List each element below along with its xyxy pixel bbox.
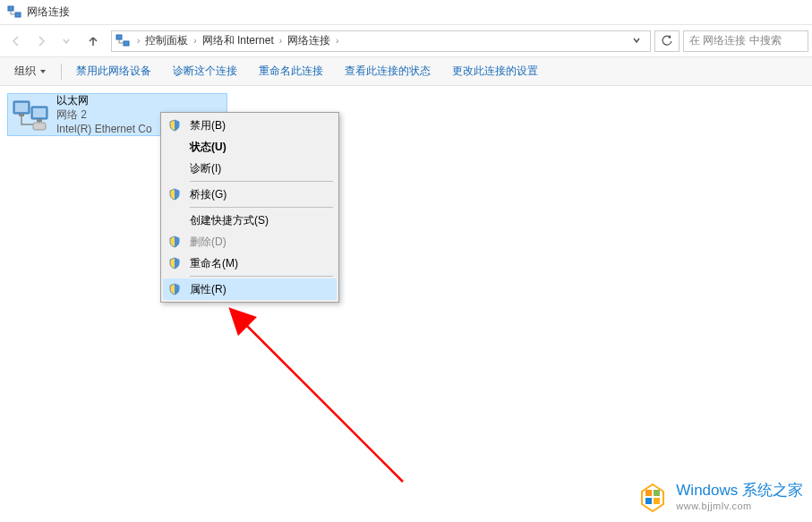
svg-rect-8 (33, 108, 46, 117)
separator (61, 64, 62, 80)
nav-forward-button[interactable] (29, 29, 54, 54)
menu-item[interactable]: 诊断(I) (163, 158, 337, 179)
watermark-title: Windows 系统之家 (676, 482, 803, 500)
breadcrumb-item[interactable]: 控制面板 (143, 33, 190, 48)
chevron-down-icon (62, 37, 71, 46)
svg-rect-6 (19, 114, 24, 116)
menu-separator (190, 207, 333, 208)
search-placeholder: 在 网络连接 中搜索 (689, 33, 782, 48)
menu-item: 删除(D) (163, 231, 337, 252)
network-connections-icon (115, 34, 130, 48)
content-pane[interactable]: 以太网 网络 2 Intel(R) Ethernet Co 禁用(B)状态(U)… (0, 86, 812, 522)
shield-icon (167, 234, 183, 250)
svg-rect-3 (124, 41, 129, 46)
window-title: 网络连接 (27, 4, 70, 20)
toolbar-diagnose[interactable]: 诊断这个连接 (166, 60, 244, 82)
menu-item-label: 创建快捷方式(S) (190, 213, 269, 228)
svg-rect-13 (654, 490, 660, 496)
context-menu: 禁用(B)状态(U)诊断(I)桥接(G)创建快捷方式(S)删除(D)重命名(M)… (160, 112, 339, 303)
adapter-name: 以太网 (56, 93, 152, 107)
network-connections-icon (7, 5, 21, 20)
toolbar-view-status[interactable]: 查看此连接的状态 (338, 60, 438, 82)
breadcrumb-item[interactable]: 网络和 Internet (201, 33, 276, 48)
chevron-right-icon: › (193, 36, 196, 46)
menu-item[interactable]: 状态(U) (163, 136, 337, 158)
menu-separator (190, 276, 333, 277)
nav-up-button[interactable] (82, 30, 104, 52)
toolbar-disable-device[interactable]: 禁用此网络设备 (69, 60, 158, 82)
menu-item-label: 重命名(M) (190, 256, 238, 271)
menu-item[interactable]: 属性(R) (163, 278, 337, 300)
menu-item-label: 状态(U) (190, 140, 227, 155)
menu-icon-empty (167, 139, 183, 155)
adapter-info: 以太网 网络 2 Intel(R) Ethernet Co (56, 93, 152, 137)
addressbar: › 控制面板 › 网络和 Internet › 网络连接 › 在 网络连接 中搜… (0, 25, 812, 57)
chevron-right-icon: › (336, 36, 338, 46)
watermark-logo-icon (637, 481, 669, 513)
chevron-down-icon (39, 68, 47, 75)
breadcrumb-dropdown[interactable] (627, 35, 646, 47)
shield-icon (167, 117, 183, 133)
shield-icon (167, 255, 183, 271)
annotation-arrow (228, 307, 416, 495)
titlebar: 网络连接 (0, 0, 812, 25)
toolbar-rename[interactable]: 重命名此连接 (252, 60, 330, 82)
svg-rect-1 (15, 13, 21, 17)
ethernet-adapter-icon (12, 98, 49, 132)
search-input[interactable]: 在 网络连接 中搜索 (683, 30, 808, 52)
svg-rect-9 (37, 119, 42, 122)
svg-line-11 (244, 323, 403, 482)
refresh-icon (661, 35, 673, 47)
menu-item[interactable]: 创建快捷方式(S) (163, 210, 337, 231)
menu-item-label: 诊断(I) (190, 161, 221, 176)
menu-icon-empty (167, 212, 183, 228)
menu-separator (190, 181, 333, 182)
organize-button[interactable]: 组织 (7, 60, 54, 82)
shield-icon (167, 281, 183, 297)
menu-item[interactable]: 桥接(G) (163, 184, 337, 205)
watermark-url: www.bjjmlv.com (676, 501, 803, 512)
svg-rect-5 (15, 103, 28, 112)
adapter-device: Intel(R) Ethernet Co (56, 122, 152, 136)
svg-rect-0 (8, 6, 13, 11)
menu-item-label: 禁用(B) (190, 118, 226, 133)
adapter-status: 网络 2 (56, 107, 152, 122)
menu-item-label: 桥接(G) (190, 187, 227, 202)
arrow-right-icon (35, 35, 47, 47)
arrow-left-icon (10, 35, 22, 47)
arrow-up-icon (87, 35, 99, 47)
menu-item-label: 属性(R) (190, 282, 227, 297)
toolbar: 组织 禁用此网络设备 诊断这个连接 重命名此连接 查看此连接的状态 更改此连接的… (0, 57, 812, 86)
shield-icon (167, 186, 183, 202)
chevron-down-icon (632, 36, 641, 45)
nav-recent-button[interactable] (54, 29, 79, 54)
svg-rect-14 (645, 498, 652, 504)
menu-item[interactable]: 重命名(M) (163, 252, 337, 274)
svg-rect-12 (645, 490, 652, 496)
refresh-button[interactable] (654, 30, 680, 52)
watermark: Windows 系统之家 www.bjjmlv.com (637, 481, 803, 513)
toolbar-change-settings[interactable]: 更改此连接的设置 (445, 60, 545, 82)
menu-icon-empty (167, 160, 183, 176)
svg-rect-10 (33, 123, 46, 130)
svg-rect-15 (654, 498, 660, 504)
menu-item[interactable]: 禁用(B) (163, 115, 337, 136)
nav-back-button[interactable] (4, 29, 29, 54)
menu-item-label: 删除(D) (190, 235, 227, 250)
breadcrumb[interactable]: › 控制面板 › 网络和 Internet › 网络连接 › (111, 30, 651, 52)
svg-rect-2 (116, 35, 122, 39)
chevron-right-icon: › (137, 36, 140, 46)
chevron-right-icon: › (279, 36, 282, 46)
breadcrumb-item[interactable]: 网络连接 (286, 33, 332, 48)
